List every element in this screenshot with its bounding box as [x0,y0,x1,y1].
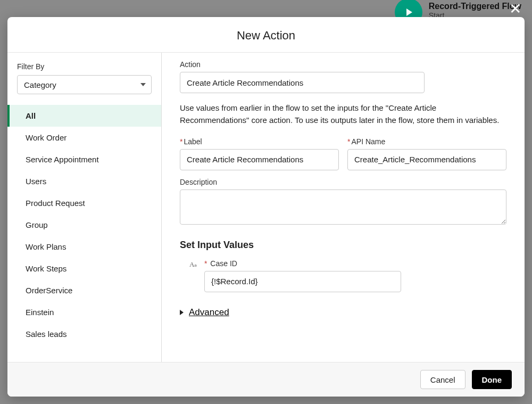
flow-node-title: Record-Triggered Flow [429,2,521,11]
set-input-values-heading: Set Input Values [180,240,506,251]
advanced-label: Advanced [189,307,229,318]
cancel-button[interactable]: Cancel [420,370,466,389]
done-button[interactable]: Done [472,370,512,389]
category-item[interactable]: OrderService [7,279,161,301]
category-item[interactable]: Product Request [7,192,161,214]
category-list: AllWork OrderService AppointmentUsersPro… [7,105,161,345]
category-item[interactable]: Group [7,214,161,236]
category-item[interactable]: Work Order [7,127,161,149]
api-name-input[interactable] [347,149,506,170]
advanced-toggle[interactable]: Advanced [180,307,506,318]
input-value-row: Aₐ* Case ID [189,259,506,292]
action-field-label: Action [180,60,425,69]
helper-text: Use values from earlier in the flow to s… [180,102,506,127]
api-name-field-label: *API Name [347,137,506,146]
filter-by-select[interactable]: Category [17,75,152,94]
close-icon[interactable]: ✕ [509,0,521,18]
chevron-down-icon [140,83,146,86]
category-sidebar: Filter By Category AllWork OrderService … [7,53,162,362]
label-field-label: *Label [180,137,339,146]
new-action-modal: New Action Filter By Category AllWork Or… [7,17,525,397]
modal-header: New Action [7,17,525,53]
input-value-label: * Case ID [204,259,401,268]
input-value-input[interactable] [204,271,401,292]
category-item[interactable]: Work Steps [7,258,161,279]
label-input[interactable] [180,149,339,170]
description-textarea[interactable] [180,189,506,225]
modal-footer: Cancel Done [7,362,525,397]
chevron-right-icon [180,310,184,315]
category-item[interactable]: Work Plans [7,236,161,258]
category-item[interactable]: Users [7,170,161,192]
category-item[interactable]: Service Appointment [7,149,161,170]
category-item[interactable]: Einstein [7,301,161,323]
action-config-panel: Action Use values from earlier in the fl… [162,53,525,362]
filter-by-label: Filter By [7,62,161,75]
modal-title: New Action [7,29,525,43]
action-input[interactable] [180,72,425,93]
category-item[interactable]: All [7,105,161,127]
filter-by-value: Category [24,80,56,89]
description-field-label: Description [180,178,506,186]
text-type-icon: Aₐ [189,260,199,269]
category-item[interactable]: Sales leads [7,323,161,345]
